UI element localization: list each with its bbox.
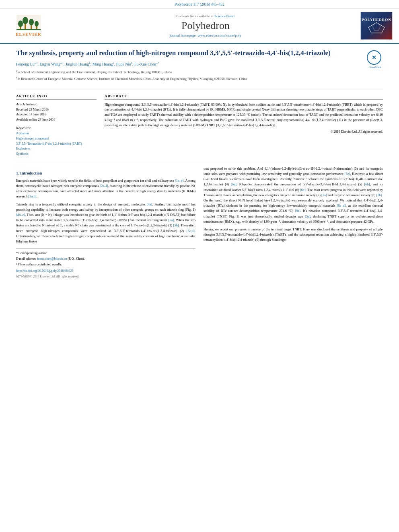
ref-7a[interactable]: [7a] (321, 193, 327, 197)
body-col-left: 1. Introduction Energetic materials have… (16, 166, 195, 279)
ref-4be[interactable]: [4b–e] (16, 213, 25, 217)
svg-point-4 (23, 17, 28, 24)
intro-para2: Triazole ring is a frequently utilized e… (16, 202, 195, 244)
right-para2: Herein, we report our progress in pursue… (204, 227, 383, 243)
footnote-equal: ¹ These authors contributed equally. (16, 262, 195, 267)
keywords-list: Azidation High-nitrogen compound 3,3′,5,… (16, 131, 97, 157)
article-title: The synthesis, property and reduction of… (16, 49, 363, 58)
ref-6b[interactable]: [6b] (364, 182, 370, 186)
crossmark-label: CrossMark (367, 66, 383, 69)
keyword-1: Azidation (16, 131, 97, 136)
keyword-4: Explosives (16, 146, 97, 152)
footnote-email-link[interactable]: fuxue.chen@bit.edu.cn (37, 257, 67, 261)
svg-marker-10 (368, 23, 385, 33)
homepage-url[interactable]: www.elsevier.com/locate/poly (197, 33, 241, 37)
svg-marker-11 (372, 23, 380, 31)
journal-homepage: journal homepage: www.elsevier.com/locat… (55, 33, 356, 37)
ref-5b[interactable]: [5b] (173, 223, 179, 227)
article-dates: Received 23 March 2016 Accepted 14 June … (16, 107, 97, 123)
article-info-abstract-section: ARTICLE INFO Article history: Received 2… (16, 90, 383, 161)
footnote-section: * Corresponding author. E-mail address: … (16, 248, 195, 267)
ref-6c[interactable]: [6c] (300, 188, 306, 192)
polyhedron-logo: POLYHEDRON (360, 12, 393, 40)
abstract-heading: ABSTRACT (105, 94, 383, 100)
affil-a: a a School of Chemical Engineering and t… (16, 69, 363, 75)
keywords-section: Keywords: Azidation High-nitrogen compou… (16, 126, 97, 157)
ref-3ab[interactable]: [3a,b] (28, 194, 36, 198)
affiliations: a a School of Chemical Engineering and t… (16, 69, 363, 81)
author-ming: Ming Huang (93, 62, 113, 66)
sciencedirect-link[interactable]: ScienceDirect (214, 14, 234, 18)
body-col-right: was proposed to solve this problem. And … (204, 166, 383, 279)
abstract-copyright: © 2016 Elsevier Ltd. All rights reserved… (105, 130, 383, 134)
ref-5cd[interactable]: [5c,d] (187, 229, 195, 233)
journal-reference-bar: Polyhedron 117 (2016) 445–452 (0, 0, 399, 8)
author-feipeng: Feipeng Lu (16, 62, 35, 66)
svg-point-6 (29, 19, 34, 25)
article-title-text: The synthesis, property and reduction of… (16, 49, 363, 82)
right-para1: was proposed to solve this problem. And … (204, 166, 383, 224)
journal-center: Contents lists available at ScienceDirec… (55, 14, 356, 37)
ref-7b[interactable]: [7b] (376, 193, 382, 197)
ref-8ad[interactable]: [8a–d] (337, 203, 346, 207)
journal-header: ELSEVIER Contents lists available at Sci… (0, 8, 399, 44)
authors-line: Feipeng Lua,1, Engyu Wanga,1, Jinglun Hu… (16, 62, 363, 66)
intro-heading: 1. Introduction (16, 170, 195, 176)
abstract-section: ABSTRACT High-nitrogen compound, 3,3′,5,… (105, 94, 383, 157)
contents-line: Contents lists available at ScienceDirec… (55, 14, 356, 18)
svg-point-2 (18, 21, 23, 27)
ref-2al[interactable]: [2a–l] (100, 184, 108, 188)
though-word: Staudinger (271, 238, 286, 242)
ref-9a[interactable]: [9a] (295, 209, 300, 213)
footnote-email: E-mail address: fuxue.chen@bit.edu.cn (F… (16, 257, 195, 261)
available-date: Available online 23 June 2016 (16, 117, 97, 123)
author-fuxue: Fu-Xue Chen (134, 62, 156, 66)
elsevier-tree-icon (16, 15, 41, 30)
accepted-date: Accepted 14 June 2016 (16, 112, 97, 117)
elsevier-logo (16, 15, 41, 30)
affil-b: b b Research Center of Energetic Materia… (16, 76, 363, 82)
crossmark-icon: ✕ (367, 50, 381, 65)
article-history-label: Article history: (16, 102, 97, 106)
abstract-text: High-nitrogen compound, 3,3′,5,5′-tetraa… (105, 102, 383, 128)
article-info-heading: ARTICLE INFO (16, 94, 97, 100)
author-jinglun: Jinglun Huang (66, 62, 89, 66)
elsevier-logo-block: ELSEVIER (6, 15, 51, 37)
author-fude: Fude Nie (116, 62, 131, 66)
elsevier-text: ELSEVIER (16, 32, 41, 37)
issn-line: 0277-5387/© 2016 Elsevier Ltd. All right… (16, 274, 195, 279)
intro-para1: Energetic materials have been widely use… (16, 178, 195, 199)
journal-title: Polyhedron (55, 20, 356, 32)
main-content: The synthesis, property and reduction of… (0, 44, 399, 283)
article-body: 1. Introduction Energetic materials have… (16, 166, 383, 279)
ref-5e[interactable]: [5e] (345, 172, 350, 176)
keyword-2: High-nitrogen compound (16, 136, 97, 142)
article-title-section: The synthesis, property and reduction of… (16, 49, 383, 86)
article-info: ARTICLE INFO Article history: Received 2… (16, 94, 97, 157)
keywords-label: Keywords: (16, 126, 97, 130)
crossmark-badge-area: ✕ CrossMark (367, 50, 383, 69)
svg-rect-7 (36, 26, 37, 29)
ref-6a[interactable]: [6a] (231, 182, 237, 186)
svg-point-8 (35, 21, 39, 27)
ref-5a[interactable]: [5a] (168, 218, 174, 222)
ref-5a-2[interactable]: [5a] (305, 214, 311, 218)
journal-reference-text: Polyhedron 117 (2016) 445–452 (175, 2, 224, 6)
doi-section: http://dx.doi.org/10.1016/j.poly.2016.06… (16, 269, 195, 279)
ref-1ae[interactable]: [1a–e] (175, 179, 184, 183)
svg-rect-9 (16, 29, 41, 30)
keyword-5: Synthesis (16, 152, 97, 157)
author-engyu: Engyu Wang (40, 62, 61, 66)
ref-4a[interactable]: [4a] (147, 202, 152, 206)
footnote-corresponding: * Corresponding author. (16, 251, 195, 255)
polyhedron-logo-icon (366, 22, 387, 34)
doi-link[interactable]: http://dx.doi.org/10.1016/j.poly.2016.06… (16, 269, 195, 273)
received-date: Received 23 March 2016 (16, 107, 97, 113)
keyword-3: 3,3′,5,5′-Tetraazido-4,4′-bis(1,2,4-tria… (16, 142, 97, 147)
